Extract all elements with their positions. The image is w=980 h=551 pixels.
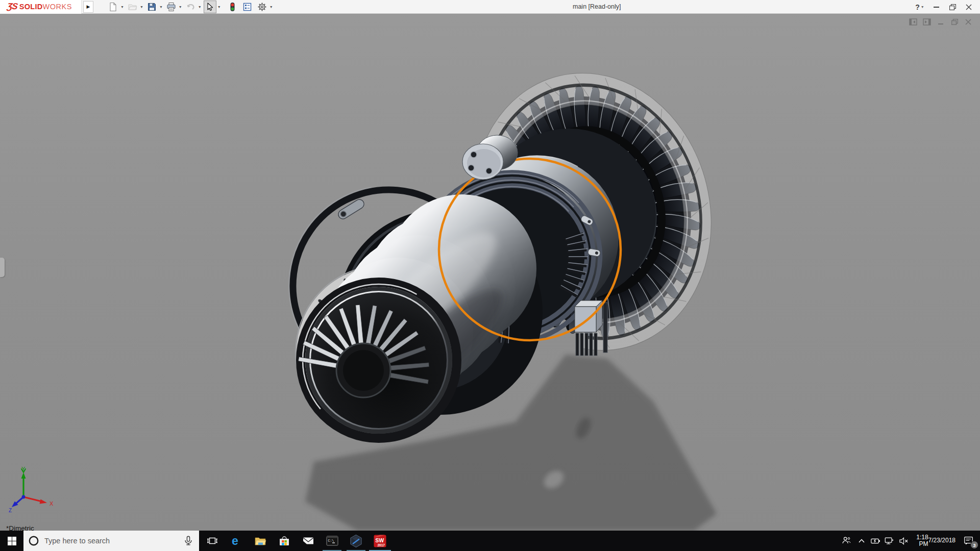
battery-button[interactable] [868, 531, 882, 551]
title-bar: ƷS SOLID WORKS ▶ ▼ ▼ ▼ [0, 0, 980, 14]
brand-name-light: WORKS [43, 3, 72, 11]
options-gear-icon [257, 2, 267, 12]
undo-arrow-icon [186, 2, 195, 12]
restore-icon [951, 19, 958, 25]
svg-text:2017: 2017 [378, 543, 385, 546]
file-explorer-button[interactable] [248, 531, 272, 551]
cortana-icon [28, 535, 39, 546]
hexagon-app-icon [349, 534, 363, 548]
taskbar-apps: e [200, 531, 392, 551]
mail-button[interactable] [296, 531, 320, 551]
pane-left-button[interactable] [909, 18, 918, 26]
volume-button[interactable] [896, 531, 912, 551]
search-input[interactable]: Type here to search [23, 531, 199, 551]
options-button[interactable] [256, 1, 268, 13]
pane-right-icon [923, 18, 931, 26]
pane-right-button[interactable] [922, 18, 932, 26]
people-icon [841, 536, 851, 546]
action-center-button[interactable]: 3 [958, 531, 980, 551]
solidworks-app-button[interactable]: SW 2017 [368, 531, 392, 551]
open-folder-icon [128, 2, 137, 12]
file-explorer-icon [254, 534, 267, 547]
help-icon: ? [915, 3, 920, 11]
mail-envelope-icon [302, 534, 315, 547]
store-button[interactable] [272, 531, 296, 551]
file-properties-button[interactable] [241, 1, 254, 13]
traffic-light-icon [228, 2, 237, 12]
child-minimize-button[interactable] [936, 18, 945, 26]
undo-dropdown-caret[interactable]: ▼ [198, 5, 202, 9]
save-dropdown-caret[interactable]: ▼ [159, 5, 163, 9]
collapsed-panel-tab[interactable] [0, 258, 5, 277]
svg-text:SW: SW [375, 537, 384, 543]
reference-triad: Y X Z [8, 466, 57, 515]
help-button[interactable]: ? ▼ [912, 0, 928, 14]
quick-access-toolbar: ▼ ▼ ▼ ▼ [107, 0, 275, 14]
file-properties-icon [242, 2, 252, 12]
system-tray: 1:18 PM 7/23/2018 3 [838, 531, 980, 551]
task-view-button[interactable] [200, 531, 224, 551]
task-view-icon [206, 535, 218, 547]
svg-text:C:\: C:\ [328, 539, 334, 543]
close-icon [966, 4, 972, 10]
start-button[interactable] [0, 531, 23, 551]
edge-button[interactable]: e [224, 531, 248, 551]
windows-logo-icon [8, 537, 16, 545]
minimize-icon [938, 19, 944, 25]
open-button[interactable] [126, 1, 139, 13]
restore-icon [949, 4, 956, 10]
solidworks-2017-icon: SW 2017 [373, 534, 387, 548]
axis-y-label: Y [21, 466, 26, 472]
network-button[interactable] [882, 531, 896, 551]
options-dropdown-caret[interactable]: ▼ [270, 5, 273, 9]
command-prompt-icon: C:\ [326, 534, 339, 547]
graphics-area[interactable]: Y X Z *Dimetric [0, 14, 980, 531]
select-cursor-icon [205, 2, 215, 12]
undo-button[interactable] [184, 1, 197, 13]
close-button[interactable] [961, 0, 977, 14]
child-close-button[interactable] [964, 18, 973, 26]
brand-mark: ƷS [7, 2, 18, 12]
close-icon [965, 19, 971, 25]
clock-time: 1:18 PM [912, 534, 928, 548]
battery-icon [870, 536, 880, 546]
open-dropdown-caret[interactable]: ▼ [140, 5, 143, 9]
save-button[interactable] [145, 1, 158, 13]
new-document-button[interactable] [107, 1, 119, 13]
child-restore-button[interactable] [950, 18, 959, 26]
people-button[interactable] [838, 531, 855, 551]
print-dropdown-caret[interactable]: ▼ [179, 5, 182, 9]
print-button[interactable] [165, 1, 178, 13]
minimize-icon [934, 7, 939, 8]
menu-flyout-button[interactable]: ▶ [83, 1, 93, 13]
svg-text:e: e [232, 534, 238, 547]
composer-app-button[interactable] [344, 531, 368, 551]
engine-geometry [289, 47, 740, 531]
new-document-icon [108, 2, 118, 12]
minimize-button[interactable] [928, 0, 944, 14]
model-3d-jet-engine[interactable] [0, 14, 980, 531]
window-controls: ? ▼ [912, 0, 977, 14]
windows-taskbar: Type here to search e [0, 531, 980, 551]
flyout-arrow-icon: ▶ [87, 4, 90, 9]
command-prompt-button[interactable]: C:\ [320, 531, 344, 551]
brand-name-bold: SOLID [19, 3, 43, 11]
select-dropdown-caret[interactable]: ▼ [217, 5, 221, 9]
restore-button[interactable] [944, 0, 961, 14]
pane-left-icon [909, 18, 917, 26]
document-title: main [Read-only] [573, 3, 621, 10]
save-floppy-icon [147, 2, 157, 12]
edge-browser-icon: e [230, 534, 243, 547]
clock-date: 7/23/2018 [928, 537, 955, 544]
clock[interactable]: 1:18 PM 7/23/2018 [912, 531, 958, 551]
child-window-controls [909, 18, 973, 26]
axis-z-label: Z [9, 508, 12, 513]
new-dropdown-caret[interactable]: ▼ [120, 5, 124, 9]
notification-badge: 3 [970, 541, 978, 549]
chevron-up-icon [858, 538, 865, 543]
select-tool-button[interactable] [204, 1, 216, 13]
microphone-icon[interactable] [183, 535, 194, 546]
network-icon [884, 536, 894, 546]
show-hidden-icons-button[interactable] [855, 531, 868, 551]
rebuild-button[interactable] [226, 1, 239, 13]
